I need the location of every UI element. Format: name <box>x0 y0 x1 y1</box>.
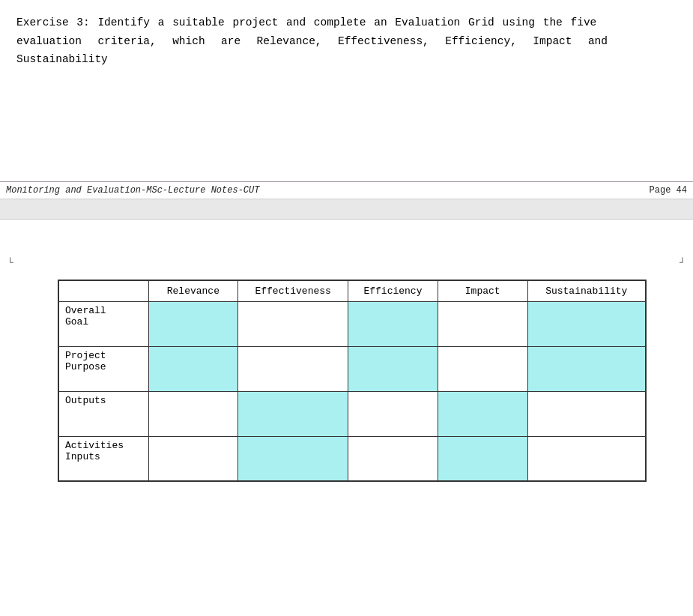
cell-outputs-effectiveness <box>238 391 348 436</box>
cell-outputs-impact <box>438 391 527 436</box>
cell-activities-impact <box>438 436 527 481</box>
cell-overall-sustainability <box>527 301 646 346</box>
cell-activities-effectiveness <box>238 436 348 481</box>
evaluation-grid-container: Relevance Effectiveness Efficiency Impac… <box>58 280 647 483</box>
header-effectiveness: Effectiveness <box>238 280 348 302</box>
evaluation-grid-table: Relevance Effectiveness Efficiency Impac… <box>58 280 647 483</box>
table-row: ActivitiesInputs <box>58 436 646 481</box>
exercise-text: Exercise 3: Identify a suitable project … <box>16 13 677 69</box>
page-bottom: └ ┘ Relevance Effectiveness Efficiency I… <box>0 220 693 498</box>
row-label-activities-inputs: ActivitiesInputs <box>58 436 148 481</box>
page-separator <box>0 199 693 220</box>
page-top: Exercise 3: Identify a suitable project … <box>0 0 693 76</box>
header-empty <box>58 280 148 302</box>
table-row: OverallGoal <box>58 301 646 346</box>
table-row: ProjectPurpose <box>58 346 646 391</box>
cell-purpose-relevance <box>148 346 238 391</box>
cell-purpose-sustainability <box>527 346 646 391</box>
cell-activities-efficiency <box>348 436 438 481</box>
footer-page-number: Page 44 <box>650 185 687 196</box>
row-label-project-purpose: ProjectPurpose <box>58 346 148 391</box>
cell-purpose-effectiveness <box>238 346 348 391</box>
cell-purpose-efficiency <box>348 346 438 391</box>
cell-outputs-efficiency <box>348 391 438 436</box>
footer-left-text: Monitoring and Evaluation-MSc-Lecture No… <box>6 185 259 196</box>
header-impact: Impact <box>438 280 527 302</box>
header-efficiency: Efficiency <box>348 280 438 302</box>
table-row: Outputs <box>58 391 646 436</box>
footer-page-num: 44 <box>677 185 687 196</box>
header-sustainability: Sustainability <box>527 280 646 302</box>
cell-activities-relevance <box>148 436 238 481</box>
cell-activities-sustainability <box>527 436 646 481</box>
cell-overall-effectiveness <box>238 301 348 346</box>
corner-left: └ <box>7 257 13 268</box>
cell-overall-efficiency <box>348 301 438 346</box>
footer-page-label: Page <box>650 185 671 196</box>
table-header-row: Relevance Effectiveness Efficiency Impac… <box>58 280 646 302</box>
cell-outputs-sustainability <box>527 391 646 436</box>
cell-purpose-impact <box>438 346 527 391</box>
cell-outputs-relevance <box>148 391 238 436</box>
cell-overall-impact <box>438 301 527 346</box>
header-relevance: Relevance <box>148 280 238 302</box>
page-footer: Monitoring and Evaluation-MSc-Lecture No… <box>0 181 693 199</box>
corner-right: ┘ <box>680 257 686 268</box>
row-label-outputs: Outputs <box>58 391 148 436</box>
row-label-overall-goal: OverallGoal <box>58 301 148 346</box>
cell-overall-relevance <box>148 301 238 346</box>
